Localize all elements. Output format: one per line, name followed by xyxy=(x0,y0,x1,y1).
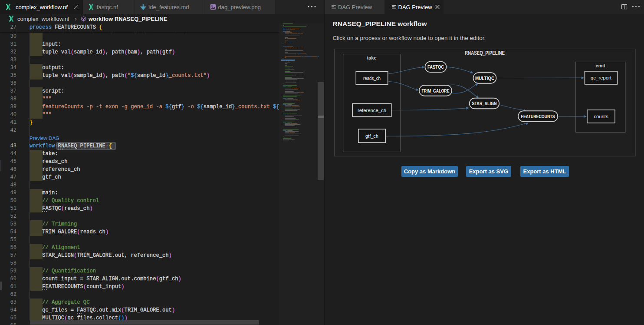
svg-text:reference_ch: reference_ch xyxy=(358,108,386,113)
svg-text:STAR_ALIGN: STAR_ALIGN xyxy=(472,101,497,106)
svg-text:RNASEQ_PIPELINE: RNASEQ_PIPELINE xyxy=(465,50,505,56)
svg-text:gtf_ch: gtf_ch xyxy=(365,133,378,139)
svg-text:FASTQC: FASTQC xyxy=(427,64,444,70)
svg-text:MULTIQC: MULTIQC xyxy=(475,76,494,81)
svg-text:TRIM_GALORE: TRIM_GALORE xyxy=(422,88,450,93)
svg-text:emit: emit xyxy=(596,63,605,68)
svg-text:take: take xyxy=(367,55,377,60)
svg-text:FEATURECOUNTS: FEATURECOUNTS xyxy=(521,114,555,119)
svg-text:reads_ch: reads_ch xyxy=(363,76,381,81)
svg-text:counts: counts xyxy=(594,114,608,119)
svg-text:qc_report: qc_report xyxy=(591,75,612,80)
